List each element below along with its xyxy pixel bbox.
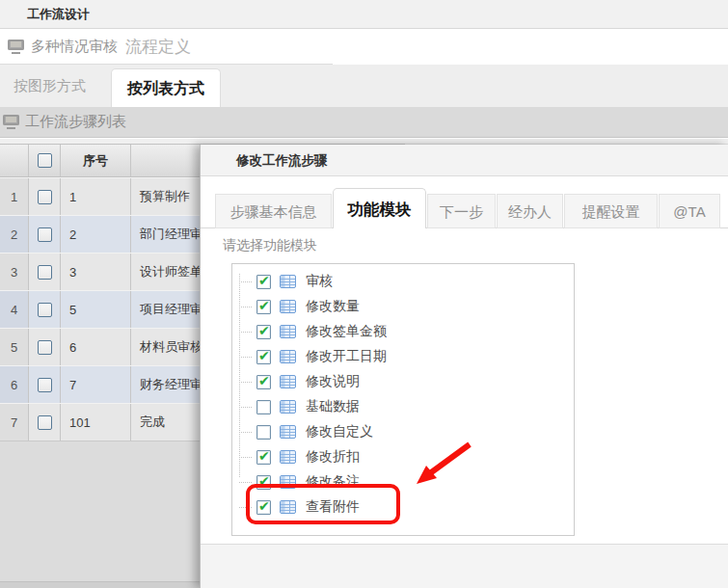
module-item-view-attachment[interactable]: 查看附件	[232, 494, 574, 520]
module-checkbox[interactable]	[256, 400, 271, 414]
select-all-checkbox[interactable]	[38, 153, 52, 168]
modal-tabs: 步骤基本信息 功能模块 下一步 经办人 提醒设置 @TA	[201, 188, 728, 228]
module-checkbox[interactable]	[256, 475, 271, 490]
module-checkbox[interactable]	[256, 450, 271, 465]
table-icon	[280, 425, 296, 439]
module-checkbox[interactable]	[256, 325, 271, 339]
row-checkbox[interactable]	[38, 227, 52, 242]
module-checkbox[interactable]	[256, 275, 271, 289]
module-item[interactable]: 修改折扣	[232, 444, 574, 469]
tab-reminder-settings[interactable]: 提醒设置	[564, 194, 658, 228]
flow-header: 多种情况审核 流程定义	[0, 30, 333, 65]
module-item[interactable]: 修改自定义	[232, 419, 574, 444]
module-checkbox[interactable]	[256, 300, 271, 314]
row-checkbox[interactable]	[38, 340, 52, 355]
module-item[interactable]: 修改开工日期	[232, 344, 574, 369]
table-icon	[280, 325, 296, 338]
row-checkbox[interactable]	[38, 303, 52, 317]
row-checkbox[interactable]	[38, 415, 52, 430]
seq-column-header: 序号	[61, 145, 131, 176]
view-mode-tabs: 按图形方式 按列表方式	[0, 65, 728, 107]
tab-graphic-view[interactable]: 按图形方式	[0, 65, 99, 107]
module-item[interactable]: 修改签单金额	[232, 319, 574, 344]
step-list-title: 工作流步骤列表	[25, 113, 126, 131]
module-select-hint: 请选择功能模块	[223, 237, 317, 254]
module-checkbox[interactable]	[256, 375, 271, 389]
module-checkbox[interactable]	[256, 500, 271, 515]
table-icon	[280, 500, 296, 514]
page-title: 工作流设计	[27, 0, 90, 29]
monitor-icon	[3, 115, 19, 129]
row-checkbox[interactable]	[38, 190, 52, 204]
table-icon	[280, 450, 296, 464]
flow-definition-label: 流程定义	[125, 36, 191, 58]
modal-footer	[201, 544, 728, 588]
module-tree-panel: 审核 修改数量 修改签单金额 修改开工日期	[231, 263, 575, 536]
table-icon	[280, 275, 296, 288]
tab-step-basic-info[interactable]: 步骤基本信息	[215, 194, 332, 228]
top-title-bar: 工作流设计	[0, 0, 728, 29]
row-checkbox[interactable]	[38, 265, 52, 280]
table-icon	[280, 350, 296, 363]
tab-list-view[interactable]: 按列表方式	[111, 68, 221, 107]
monitor-icon	[8, 40, 24, 54]
modal-title: 修改工作流步骤	[201, 145, 728, 176]
tab-function-modules[interactable]: 功能模块	[333, 188, 426, 228]
module-item[interactable]: 审核	[232, 269, 574, 294]
modal-header: 修改工作流步骤	[201, 145, 728, 176]
workflow-design-screen: 工作流设计 多种情况审核 流程定义 按图形方式 按列表方式 工作流步骤列表 序号…	[0, 0, 728, 588]
step-list-bar: 工作流步骤列表	[0, 107, 728, 138]
edit-step-modal: 修改工作流步骤 步骤基本信息 功能模块 下一步 经办人 提醒设置 @TA 请选择…	[200, 145, 728, 588]
module-checkbox[interactable]	[256, 425, 271, 440]
flow-name: 多种情况审核	[31, 38, 118, 56]
module-item[interactable]: 修改说明	[232, 369, 574, 394]
module-item[interactable]: 基础数据	[232, 394, 574, 419]
module-item[interactable]: 修改数量	[232, 294, 574, 319]
table-icon	[280, 300, 296, 313]
tab-at-ta[interactable]: @TA	[659, 194, 720, 228]
tab-next-step[interactable]: 下一步	[427, 194, 496, 228]
table-icon	[280, 400, 296, 414]
row-checkbox[interactable]	[38, 378, 52, 392]
module-item[interactable]: 修改备注	[232, 469, 574, 494]
module-checkbox[interactable]	[256, 350, 271, 364]
table-icon	[280, 475, 296, 489]
table-icon	[280, 375, 296, 388]
tab-handler[interactable]: 经办人	[497, 194, 563, 228]
